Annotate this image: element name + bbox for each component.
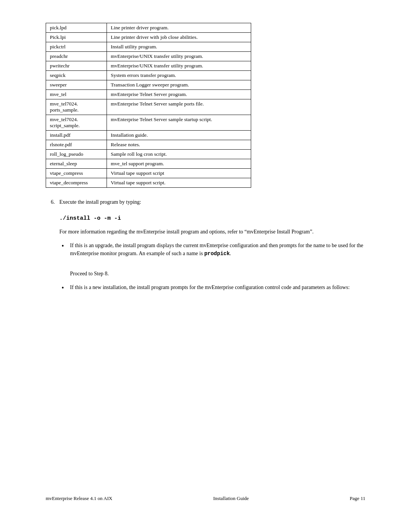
table-row: rlsnote.pdfRelease notes. (46, 140, 251, 150)
table-cell-name: pickctrl (46, 42, 107, 52)
table-cell-name: mve_tel7024.script_sample. (46, 115, 107, 131)
page-footer: mvEnterprise Release 4.1 on AIX Installa… (46, 489, 365, 502)
table-row: mve_tel7024.ports_sample.mvEnterprise Te… (46, 99, 251, 115)
main-content: pick.lpdLine printer driver program.Pick… (46, 23, 365, 489)
table-cell-name: install.pdf (46, 131, 107, 140)
table-cell-name: vtape_decompress (46, 178, 107, 188)
table-cell-desc: Release notes. (107, 140, 251, 150)
bullet-1-after: . (230, 251, 231, 256)
bullet-list: • If this is an upgrade, the install pro… (59, 241, 365, 264)
table-row: vtape_compressVirtual tape support scrip… (46, 169, 251, 178)
table-row: roll_log_pseudoSample roll log cron scri… (46, 150, 251, 159)
bullet-item-2: • If this is a new installation, the ins… (59, 283, 365, 293)
step-intro: Execute the install program by typing: (59, 199, 141, 205)
file-table: pick.lpdLine printer driver program.Pick… (46, 23, 251, 188)
table-cell-desc: mve_tel support program. (107, 159, 251, 169)
table-cell-name: mve_tel7024.ports_sample. (46, 99, 107, 115)
table-cell-desc: System errors transfer program. (107, 71, 251, 80)
footer-center: Installation Guide (213, 495, 249, 502)
table-cell-desc: Installation guide. (107, 131, 251, 140)
table-row: sweeperTransaction Logger sweeper progra… (46, 80, 251, 90)
table-row: mve_telmvEnterprise Telnet Server progra… (46, 90, 251, 99)
bullet-dot-2: • (59, 283, 66, 293)
table-row: mve_tel7024.script_sample.mvEnterprise T… (46, 115, 251, 131)
prodpick-inline: prodpick (204, 251, 230, 257)
command-block: ./install -o -m -i (59, 215, 365, 222)
step-number: 6. (46, 199, 55, 205)
bullet-list-2: • If this is a new installation, the ins… (59, 283, 365, 299)
table-cell-desc: Sample roll log cron script. (107, 150, 251, 159)
table-cell-name: sweeper (46, 80, 107, 90)
table-cell-name: vtape_compress (46, 169, 107, 178)
table-row: install.pdfInstallation guide. (46, 131, 251, 140)
footer-right: Page 11 (350, 495, 365, 502)
table-cell-name: rlsnote.pdf (46, 140, 107, 150)
table-row: preadchrmvEnterprise/UNIX transfer utili… (46, 52, 251, 61)
table-cell-name: eternal_sleep (46, 159, 107, 169)
table-cell-desc: Virtual tape support script. (107, 178, 251, 188)
bullet-item-1: • If this is an upgrade, the install pro… (59, 241, 365, 258)
table-cell-name: preadchr (46, 52, 107, 61)
table-cell-desc: mvEnterprise Telnet Server program. (107, 90, 251, 99)
bullet-text-1: If this is an upgrade, the install progr… (70, 241, 365, 258)
table-cell-desc: mvEnterprise Telnet Server sample startu… (107, 115, 251, 131)
step-content: Execute the install program by typing: (59, 199, 365, 205)
bullet-text-2: If this is a new installation, the insta… (70, 283, 365, 293)
table-row: pwritechrmvEnterprise/UNIX transfer util… (46, 61, 251, 71)
table-cell-name: Pick.lpi (46, 33, 107, 42)
step-6: 6. Execute the install program by typing… (46, 199, 365, 205)
table-cell-desc: Line printer driver program. (107, 23, 251, 33)
table-cell-desc: mvEnterprise/UNIX transfer utility progr… (107, 52, 251, 61)
table-cell-desc: Virtual tape support script (107, 169, 251, 178)
bullet-dot-1: • (59, 241, 66, 258)
table-cell-desc: mvEnterprise/UNIX transfer utility progr… (107, 61, 251, 71)
table-row: seqpickSystem errors transfer program. (46, 71, 251, 80)
proceed-text: Proceed to Step 8. (70, 270, 365, 278)
table-cell-desc: Install utility program. (107, 42, 251, 52)
table-row: pick.lpdLine printer driver program. (46, 23, 251, 33)
footer-left: mvEnterprise Release 4.1 on AIX (46, 495, 112, 502)
table-row: Pick.lpiLine printer driver with job clo… (46, 33, 251, 42)
table-cell-name: roll_log_pseudo (46, 150, 107, 159)
table-row: vtape_decompressVirtual tape support scr… (46, 178, 251, 188)
table-cell-name: pick.lpd (46, 23, 107, 33)
info-paragraph: For more information regarding the mvEnt… (59, 228, 365, 236)
page: pick.lpdLine printer driver program.Pick… (0, 0, 411, 532)
table-row: pickctrlInstall utility program. (46, 42, 251, 52)
table-cell-desc: Transaction Logger sweeper program. (107, 80, 251, 90)
table-cell-desc: Line printer driver with job close abili… (107, 33, 251, 42)
table-cell-name: seqpick (46, 71, 107, 80)
table-cell-name: mve_tel (46, 90, 107, 99)
table-row: eternal_sleepmve_tel support program. (46, 159, 251, 169)
table-cell-name: pwritechr (46, 61, 107, 71)
table-cell-desc: mvEnterprise Telnet Server sample ports … (107, 99, 251, 115)
